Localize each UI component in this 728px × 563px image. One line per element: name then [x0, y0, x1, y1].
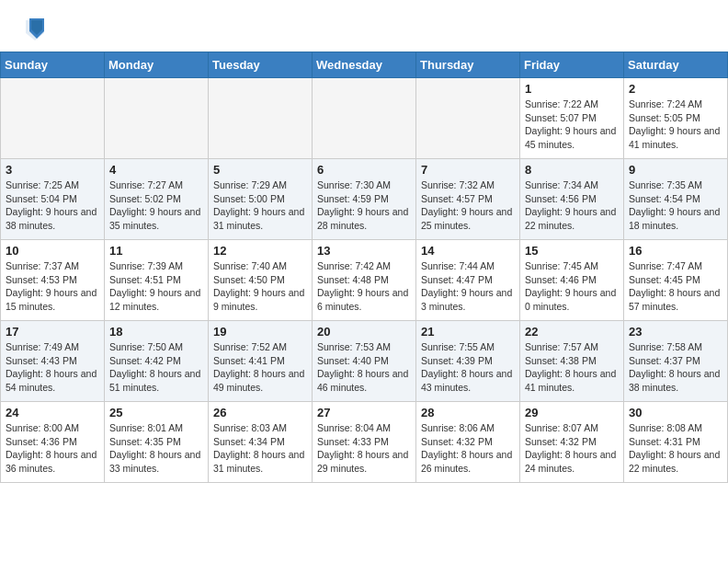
- day-info: Sunrise: 7:44 AMSunset: 4:47 PMDaylight:…: [421, 259, 515, 314]
- calendar-day-cell: 19Sunrise: 7:52 AMSunset: 4:41 PMDayligh…: [209, 321, 313, 402]
- weekday-header-friday: Friday: [520, 52, 624, 78]
- calendar-week-row: 17Sunrise: 7:49 AMSunset: 4:43 PMDayligh…: [1, 321, 728, 402]
- day-number: 10: [6, 244, 99, 258]
- day-info: Sunrise: 7:49 AMSunset: 4:43 PMDaylight:…: [6, 340, 99, 395]
- weekday-header-tuesday: Tuesday: [209, 52, 313, 78]
- day-info: Sunrise: 7:27 AMSunset: 5:02 PMDaylight:…: [109, 178, 203, 233]
- calendar-day-cell: 6Sunrise: 7:30 AMSunset: 4:59 PMDaylight…: [313, 159, 416, 240]
- calendar-week-row: 3Sunrise: 7:25 AMSunset: 5:04 PMDaylight…: [1, 159, 728, 240]
- calendar-day-cell: 18Sunrise: 7:50 AMSunset: 4:42 PMDayligh…: [105, 321, 209, 402]
- day-info: Sunrise: 8:03 AMSunset: 4:34 PMDaylight:…: [213, 421, 307, 476]
- weekday-header-monday: Monday: [105, 52, 209, 78]
- calendar-day-cell: 28Sunrise: 8:06 AMSunset: 4:32 PMDayligh…: [416, 402, 520, 483]
- day-number: 7: [421, 163, 515, 177]
- day-number: 11: [109, 244, 203, 258]
- day-info: Sunrise: 7:50 AMSunset: 4:42 PMDaylight:…: [109, 340, 203, 395]
- calendar-day-cell: [416, 78, 520, 159]
- day-info: Sunrise: 8:01 AMSunset: 4:35 PMDaylight:…: [109, 421, 203, 476]
- calendar-day-cell: 13Sunrise: 7:42 AMSunset: 4:48 PMDayligh…: [313, 240, 416, 321]
- calendar-day-cell: [1, 78, 105, 159]
- day-number: 30: [629, 406, 722, 419]
- day-info: Sunrise: 7:55 AMSunset: 4:39 PMDaylight:…: [421, 340, 515, 395]
- calendar-day-cell: 30Sunrise: 8:08 AMSunset: 4:31 PMDayligh…: [624, 402, 728, 483]
- day-number: 14: [421, 244, 515, 258]
- day-number: 26: [213, 406, 307, 419]
- day-number: 23: [629, 325, 722, 339]
- day-info: Sunrise: 7:39 AMSunset: 4:51 PMDaylight:…: [109, 259, 203, 314]
- day-number: 29: [525, 406, 619, 419]
- calendar-day-cell: 2Sunrise: 7:24 AMSunset: 5:05 PMDaylight…: [624, 78, 728, 159]
- day-number: 3: [6, 163, 99, 177]
- weekday-header-wednesday: Wednesday: [313, 52, 416, 78]
- calendar-day-cell: 17Sunrise: 7:49 AMSunset: 4:43 PMDayligh…: [1, 321, 105, 402]
- day-info: Sunrise: 7:53 AMSunset: 4:40 PMDaylight:…: [317, 340, 411, 395]
- calendar-day-cell: 21Sunrise: 7:55 AMSunset: 4:39 PMDayligh…: [416, 321, 520, 402]
- day-number: 22: [525, 325, 619, 339]
- calendar-day-cell: 29Sunrise: 8:07 AMSunset: 4:32 PMDayligh…: [520, 402, 624, 483]
- day-info: Sunrise: 7:57 AMSunset: 4:38 PMDaylight:…: [525, 340, 619, 395]
- day-number: 13: [317, 244, 411, 258]
- calendar-day-cell: 27Sunrise: 8:04 AMSunset: 4:33 PMDayligh…: [313, 402, 416, 483]
- calendar-day-cell: 22Sunrise: 7:57 AMSunset: 4:38 PMDayligh…: [520, 321, 624, 402]
- calendar-day-cell: 3Sunrise: 7:25 AMSunset: 5:04 PMDaylight…: [1, 159, 105, 240]
- weekday-header-thursday: Thursday: [416, 52, 520, 78]
- day-number: 9: [629, 163, 722, 177]
- day-number: 20: [317, 325, 411, 339]
- calendar-day-cell: 4Sunrise: 7:27 AMSunset: 5:02 PMDaylight…: [105, 159, 209, 240]
- calendar-day-cell: 10Sunrise: 7:37 AMSunset: 4:53 PMDayligh…: [1, 240, 105, 321]
- day-info: Sunrise: 7:58 AMSunset: 4:37 PMDaylight:…: [629, 340, 722, 395]
- calendar-week-row: 10Sunrise: 7:37 AMSunset: 4:53 PMDayligh…: [1, 240, 728, 321]
- logo: [22, 17, 46, 42]
- day-info: Sunrise: 7:32 AMSunset: 4:57 PMDaylight:…: [421, 178, 515, 233]
- day-info: Sunrise: 8:07 AMSunset: 4:32 PMDaylight:…: [525, 421, 619, 476]
- calendar-day-cell: 12Sunrise: 7:40 AMSunset: 4:50 PMDayligh…: [209, 240, 313, 321]
- calendar-day-cell: 5Sunrise: 7:29 AMSunset: 5:00 PMDaylight…: [209, 159, 313, 240]
- day-number: 19: [213, 325, 307, 339]
- day-info: Sunrise: 8:04 AMSunset: 4:33 PMDaylight:…: [317, 421, 411, 476]
- day-number: 16: [629, 244, 722, 258]
- weekday-header-row: SundayMondayTuesdayWednesdayThursdayFrid…: [1, 52, 728, 78]
- day-number: 12: [213, 244, 307, 258]
- calendar-day-cell: 20Sunrise: 7:53 AMSunset: 4:40 PMDayligh…: [313, 321, 416, 402]
- day-info: Sunrise: 8:08 AMSunset: 4:31 PMDaylight:…: [629, 421, 722, 476]
- calendar-day-cell: [105, 78, 209, 159]
- day-number: 5: [213, 163, 307, 177]
- day-info: Sunrise: 7:47 AMSunset: 4:45 PMDaylight:…: [629, 259, 722, 314]
- day-number: 8: [525, 163, 619, 177]
- calendar-table: SundayMondayTuesdayWednesdayThursdayFrid…: [0, 52, 728, 483]
- page-header: [0, 0, 728, 52]
- calendar-day-cell: 23Sunrise: 7:58 AMSunset: 4:37 PMDayligh…: [624, 321, 728, 402]
- day-number: 25: [109, 406, 203, 419]
- calendar-day-cell: 9Sunrise: 7:35 AMSunset: 4:54 PMDaylight…: [624, 159, 728, 240]
- page-wrapper: SundayMondayTuesdayWednesdayThursdayFrid…: [0, 0, 728, 492]
- calendar-day-cell: 14Sunrise: 7:44 AMSunset: 4:47 PMDayligh…: [416, 240, 520, 321]
- day-number: 28: [421, 406, 515, 419]
- day-number: 27: [317, 406, 411, 419]
- calendar-day-cell: 25Sunrise: 8:01 AMSunset: 4:35 PMDayligh…: [105, 402, 209, 483]
- day-number: 4: [109, 163, 203, 177]
- day-number: 6: [317, 163, 411, 177]
- day-info: Sunrise: 7:45 AMSunset: 4:46 PMDaylight:…: [525, 259, 619, 314]
- day-info: Sunrise: 7:37 AMSunset: 4:53 PMDaylight:…: [6, 259, 99, 314]
- day-info: Sunrise: 7:29 AMSunset: 5:00 PMDaylight:…: [213, 178, 307, 233]
- day-info: Sunrise: 7:40 AMSunset: 4:50 PMDaylight:…: [213, 259, 307, 314]
- calendar-week-row: 1Sunrise: 7:22 AMSunset: 5:07 PMDaylight…: [1, 78, 728, 159]
- day-number: 2: [629, 82, 722, 96]
- day-info: Sunrise: 7:42 AMSunset: 4:48 PMDaylight:…: [317, 259, 411, 314]
- day-info: Sunrise: 7:34 AMSunset: 4:56 PMDaylight:…: [525, 178, 619, 233]
- day-number: 24: [6, 406, 99, 419]
- day-number: 18: [109, 325, 203, 339]
- day-info: Sunrise: 8:00 AMSunset: 4:36 PMDaylight:…: [6, 421, 99, 476]
- day-number: 21: [421, 325, 515, 339]
- day-info: Sunrise: 7:30 AMSunset: 4:59 PMDaylight:…: [317, 178, 411, 233]
- weekday-header-sunday: Sunday: [1, 52, 105, 78]
- calendar-day-cell: 7Sunrise: 7:32 AMSunset: 4:57 PMDaylight…: [416, 159, 520, 240]
- weekday-header-saturday: Saturday: [624, 52, 728, 78]
- logo-icon: [24, 17, 46, 42]
- calendar-day-cell: 24Sunrise: 8:00 AMSunset: 4:36 PMDayligh…: [1, 402, 105, 483]
- day-info: Sunrise: 7:52 AMSunset: 4:41 PMDaylight:…: [213, 340, 307, 395]
- day-number: 1: [525, 82, 619, 96]
- day-number: 15: [525, 244, 619, 258]
- calendar-day-cell: [209, 78, 313, 159]
- day-number: 17: [6, 325, 99, 339]
